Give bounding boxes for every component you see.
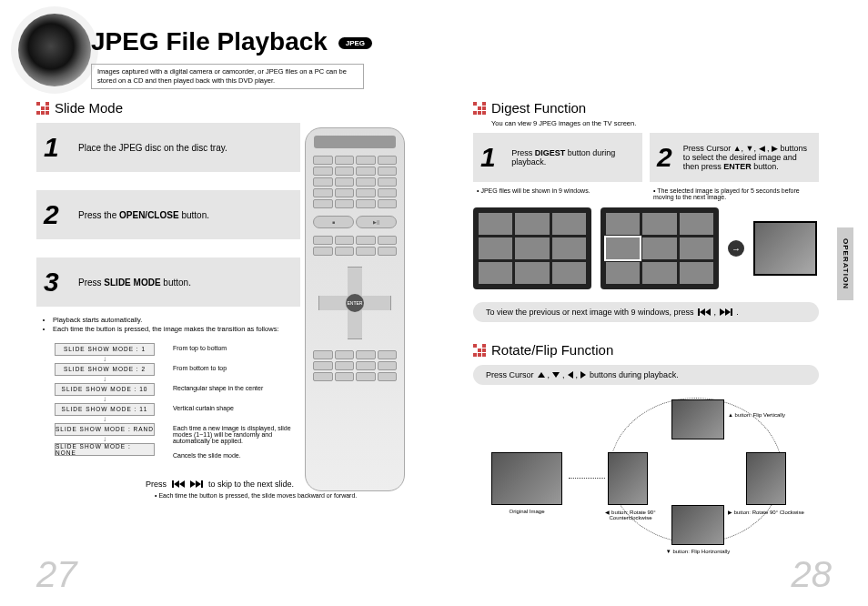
mode-desc: Rectangular shape in the center bbox=[173, 385, 309, 405]
skip-post: to skip to the next slide. bbox=[208, 480, 294, 489]
slide-mode-header: Slide Mode bbox=[36, 100, 419, 116]
round-post: . bbox=[736, 308, 739, 317]
rotate-header: Rotate/Flip Function bbox=[473, 342, 819, 358]
rotate-post: buttons during playback. bbox=[590, 370, 679, 379]
intro-box: Images captured with a digital camera or… bbox=[91, 64, 364, 89]
step-text: Press SLIDE MODE button. bbox=[78, 278, 191, 288]
side-tab-operation: OPERATION bbox=[837, 227, 853, 300]
play-pause-icon: ▶|| bbox=[356, 216, 397, 228]
mode-box: SLIDE SHOW MODE : 1 bbox=[55, 343, 155, 356]
step-number: 1 bbox=[480, 142, 500, 173]
skip-back-icon bbox=[172, 480, 185, 488]
jpeg-badge: JPEG bbox=[338, 37, 372, 49]
mode-desc: From top to bottom bbox=[173, 345, 309, 365]
speaker-graphic bbox=[18, 14, 91, 86]
arrow-right-icon: → bbox=[728, 240, 744, 257]
slide-mode-list: SLIDE SHOW MODE : 1 ↓ SLIDE SHOW MODE : … bbox=[55, 343, 155, 472]
mode-desc: Each time a new image is displayed, slid… bbox=[173, 425, 309, 452]
selected-thumbnail bbox=[753, 221, 817, 276]
remote-bottom-grid bbox=[306, 347, 404, 385]
mode-box: SLIDE SHOW MODE : 2 bbox=[55, 363, 155, 376]
step-number: 2 bbox=[44, 199, 67, 230]
digest-subtitle: You can view 9 JPEG images on the TV scr… bbox=[491, 119, 819, 127]
digest-step-1: 1 Press DIGEST button during playback. bbox=[473, 133, 642, 182]
up-label: ▲ button: Flip Vertically bbox=[728, 412, 810, 418]
digest-illustration: → bbox=[473, 207, 819, 289]
step-text: Press DIGEST button during playback. bbox=[511, 148, 631, 167]
enter-button: ENTER bbox=[346, 294, 364, 312]
down-arrow-icon: ↓ bbox=[55, 396, 155, 403]
remote-mid-grid bbox=[306, 232, 404, 259]
digest-note-2: • The selected image is played for 5 sec… bbox=[650, 187, 819, 200]
down-arrow-icon: ↓ bbox=[55, 416, 155, 423]
step-number: 1 bbox=[44, 132, 67, 163]
rotate-flip-diagram: Original Image ▲ button: Flip Vertically… bbox=[473, 398, 819, 561]
down-arrow-icon: ↓ bbox=[55, 356, 155, 363]
remote-top-grid bbox=[306, 152, 404, 212]
remote-dpad: ENTER bbox=[318, 267, 391, 339]
step-text: Press Cursor ▲, ▼, ◀ , ▶ buttons to sele… bbox=[683, 144, 808, 171]
remote-display bbox=[314, 136, 396, 148]
rotate-cw-thumb bbox=[746, 452, 786, 505]
right-column: Digest Function You can view 9 JPEG imag… bbox=[473, 100, 819, 561]
rotate-pre: Press Cursor bbox=[486, 370, 534, 379]
skip-note: • Each time the button is pressed, the s… bbox=[155, 492, 419, 499]
rotate-ccw-thumb bbox=[608, 452, 648, 505]
mode-descriptions: From top to bottom From bottom to top Re… bbox=[173, 343, 309, 472]
mode-desc: From bottom to top bbox=[173, 365, 309, 385]
digest-note-1: • JPEG files will be shown in 9 windows. bbox=[473, 187, 642, 200]
rotate-title: Rotate/Flip Function bbox=[491, 342, 613, 358]
rotate-instruction-bar: Press Cursor , , , buttons during playba… bbox=[473, 365, 819, 385]
down-arrow-icon: ↓ bbox=[55, 436, 155, 443]
manual-spread: JPEG File Playback JPEG Images captured … bbox=[0, 0, 868, 606]
tv-grid-9 bbox=[473, 207, 591, 289]
down-arrow-icon: ↓ bbox=[55, 376, 155, 383]
skip-pre: Press bbox=[146, 480, 167, 489]
mode-box: SLIDE SHOW MODE : NONE bbox=[55, 443, 155, 456]
digest-header: Digest Function bbox=[473, 100, 819, 116]
original-label: Original Image bbox=[486, 509, 568, 514]
dotted-connector bbox=[569, 478, 605, 479]
page-number-left: 27 bbox=[36, 554, 77, 595]
digest-notes: • JPEG files will be shown in 9 windows.… bbox=[473, 187, 819, 200]
slide-step-2: 2 Press the OPEN/CLOSE button. bbox=[36, 190, 300, 239]
flip-horiz-thumb bbox=[671, 505, 724, 545]
slide-step-3: 3 Press SLIDE MODE button. bbox=[36, 258, 300, 307]
title-text: JPEG File Playback bbox=[91, 27, 328, 56]
mode-box: SLIDE SHOW MODE : 10 bbox=[55, 383, 155, 396]
tv-grid-selected bbox=[601, 207, 719, 289]
stop-icon: ■ bbox=[313, 216, 354, 228]
digest-title: Digest Function bbox=[491, 100, 586, 116]
section-bullet-icon bbox=[473, 102, 486, 115]
step-number: 3 bbox=[44, 267, 67, 298]
step-text: Press the OPEN/CLOSE button. bbox=[78, 210, 209, 220]
digest-nav-instruction: To view the previous or next image with … bbox=[473, 302, 819, 322]
slide-step-1: 1 Place the JPEG disc on the disc tray. bbox=[36, 123, 300, 172]
mode-box: SLIDE SHOW MODE : RAND bbox=[55, 423, 155, 436]
original-thumb bbox=[491, 452, 562, 505]
left-label: ◀ button: Rotate 90° Counterclockwise bbox=[590, 509, 671, 520]
skip-fwd-icon bbox=[190, 480, 203, 488]
remote-transport: ■ ▶|| bbox=[306, 212, 404, 232]
flip-vert-thumb bbox=[671, 399, 724, 439]
round-pre: To view the previous or next image with … bbox=[486, 308, 694, 317]
digest-step-2: 2 Press Cursor ▲, ▼, ◀ , ▶ buttons to se… bbox=[650, 133, 819, 182]
down-label: ▼ button: Flip Horizontally bbox=[657, 549, 739, 554]
cursor-arrows-icon: , , , bbox=[538, 370, 587, 379]
mode-box: SLIDE SHOW MODE : 11 bbox=[55, 403, 155, 416]
mode-desc: Cancels the slide mode. bbox=[173, 452, 309, 472]
step-number: 2 bbox=[657, 142, 672, 173]
skip-back-icon bbox=[698, 308, 711, 316]
step-text: Place the JPEG disc on the disc tray. bbox=[78, 143, 227, 153]
section-bullet-icon bbox=[36, 102, 49, 115]
digest-steps: 1 Press DIGEST button during playback. 2… bbox=[473, 133, 819, 187]
section-bullet-icon bbox=[473, 344, 486, 357]
skip-fwd-icon bbox=[720, 308, 732, 316]
remote-control-illustration: ■ ▶|| ENTER bbox=[305, 127, 405, 491]
page-title: JPEG File Playback JPEG bbox=[91, 27, 372, 56]
mode-desc: Vertical curtain shape bbox=[173, 405, 309, 425]
slide-mode-title: Slide Mode bbox=[55, 100, 123, 116]
right-label: ▶ button: Rotate 90° Clockwise bbox=[728, 509, 810, 515]
